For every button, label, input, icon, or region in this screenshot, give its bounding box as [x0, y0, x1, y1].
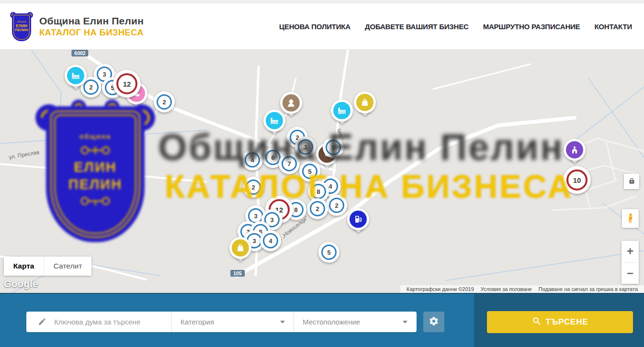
map-cluster-marker[interactable]: 2 — [307, 198, 328, 219]
emblem-top-text: община — [17, 20, 26, 23]
map-cluster-marker[interactable]: 2 — [154, 91, 175, 112]
street-view-pegman-button[interactable] — [622, 209, 639, 228]
map-markers-layer: 325122235647524822812333834510 — [0, 50, 644, 293]
nav-add-your-business[interactable]: ДОБАВЕТЕ ВАШИЯТ БИЗНЕС — [365, 22, 469, 31]
chevron-down-icon — [280, 321, 285, 324]
emblem-name-line2: ПЕЛИН — [15, 28, 28, 33]
nav-route-schedule[interactable]: МАРШРУТНО РАЗПИСАНИЕ — [483, 22, 580, 31]
fullscreen-lock-button[interactable] — [624, 174, 639, 189]
zoom-in-button[interactable]: + — [621, 241, 639, 262]
chevron-down-icon — [403, 321, 407, 324]
google-logo[interactable]: Google — [4, 279, 38, 290]
nav-contacts[interactable]: КОНТАКТИ — [594, 22, 632, 31]
nav-pricing-policy[interactable]: ЦЕНОВА ПОЛИТИКА — [279, 22, 350, 31]
map-cluster-marker[interactable]: 5 — [323, 137, 344, 158]
map-type-map-button[interactable]: Карта — [4, 257, 44, 276]
zoom-out-button[interactable]: − — [621, 263, 639, 284]
map-cluster-marker[interactable]: 5 — [318, 242, 339, 263]
zoom-control: + − — [621, 241, 639, 284]
top-strip — [0, 0, 644, 3]
filters-group: Категория Местоположение — [26, 312, 417, 332]
terms-of-use-link[interactable]: Условия за ползване — [481, 286, 532, 292]
map-canvas[interactable]: ул. Преславбул. „Новоселци“ции“6002105 3… — [0, 50, 644, 293]
main-nav: ЦЕНОВА ПОЛИТИКА ДОБАВЕТЕ ВАШИЯТ БИЗНЕС М… — [265, 22, 632, 31]
map-type-satellite-button[interactable]: Сателит — [44, 257, 91, 276]
search-section: Категория Местоположение ТЪРСЕНЕ — [0, 293, 644, 347]
map-cluster-marker[interactable]: 12 — [113, 70, 141, 98]
map-cluster-marker[interactable]: 4 — [260, 230, 281, 251]
category-select[interactable]: Категория — [171, 312, 294, 332]
search-button-label: ТЪРСЕНЕ — [546, 317, 588, 327]
map-cluster-marker[interactable]: 4 — [242, 149, 263, 170]
site-logo[interactable]: община ЕЛИН ПЕЛИН Община Елин Пелин КАТА… — [11, 11, 144, 41]
map-cluster-marker[interactable]: 2 — [326, 195, 347, 216]
search-icon — [532, 316, 541, 328]
map-pin-fuel[interactable] — [347, 208, 369, 230]
map-pin-bag[interactable] — [354, 91, 376, 113]
site-subtitle: КАТАЛОГ НА БИЗНЕСА — [39, 27, 144, 38]
location-select-label: Местоположение — [303, 318, 360, 326]
map-type-control: Карта Сателит — [4, 257, 91, 276]
map-cluster-marker[interactable]: 5 — [299, 161, 320, 182]
map-cluster-marker[interactable]: 10 — [563, 166, 591, 194]
search-button[interactable]: ТЪРСЕНЕ — [487, 311, 633, 333]
pencil-icon — [38, 317, 46, 328]
municipality-emblem-icon: община ЕЛИН ПЕЛИН — [11, 11, 33, 41]
map-pin-bag[interactable] — [229, 237, 251, 259]
location-select[interactable]: Местоположение — [294, 312, 416, 332]
keyword-field-wrap — [26, 312, 171, 332]
category-select-label: Категория — [181, 318, 214, 326]
pegman-icon — [625, 212, 636, 226]
map-pin-factory[interactable] — [263, 110, 285, 132]
advanced-settings-button[interactable] — [423, 312, 444, 332]
keyword-input[interactable] — [54, 318, 159, 326]
page: община ЕЛИН ПЕЛИН Община Елин Пелин КАТА… — [0, 0, 644, 347]
lock-icon — [628, 177, 635, 186]
report-map-error-link[interactable]: Подаване на сигнал за грешка в картата — [539, 286, 638, 292]
map-pin-factory[interactable] — [65, 65, 87, 87]
gear-icon — [429, 316, 439, 328]
map-cluster-marker[interactable]: 7 — [279, 153, 300, 174]
map-pin-factory[interactable] — [331, 100, 353, 122]
header: община ЕЛИН ПЕЛИН Община Елин Пелин КАТА… — [0, 0, 644, 50]
map-copyright: Картографски данни ©2019 — [407, 286, 474, 292]
map-attribution: Картографски данни ©2019 Условия за полз… — [400, 285, 644, 293]
map-cluster-marker[interactable]: 2 — [243, 177, 264, 198]
map-cluster-marker[interactable]: 3 — [295, 136, 316, 157]
map-pin-church[interactable] — [564, 139, 586, 161]
site-title: Община Елин Пелин — [39, 15, 144, 27]
